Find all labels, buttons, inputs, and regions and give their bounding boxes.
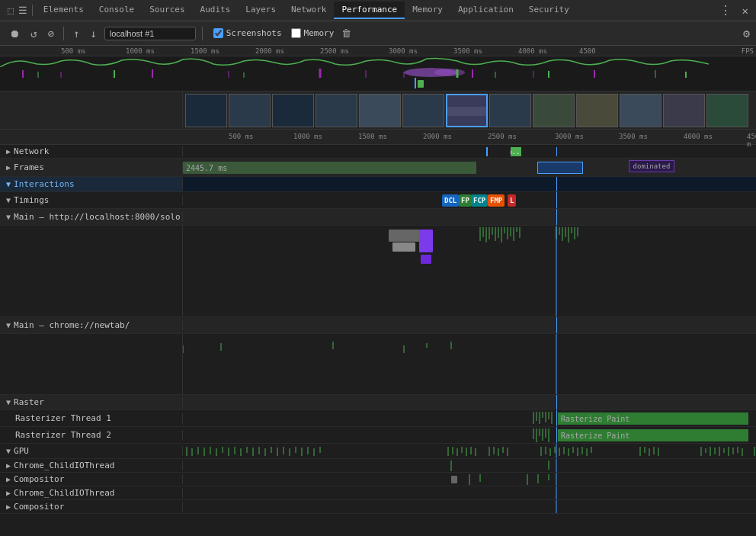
- timing-l: L: [508, 194, 516, 207]
- main2-flame-content: [183, 334, 756, 394]
- compositor1-expand-arrow[interactable]: ▶: [6, 475, 11, 483]
- main1-flame-content: [183, 226, 756, 316]
- chrome-child1-expand-arrow[interactable]: ▶: [6, 461, 11, 470]
- raster-content: [183, 395, 756, 409]
- tab-layers[interactable]: Layers: [238, 2, 284, 19]
- cursor-v-rast2: [556, 427, 557, 443]
- screenshot-13[interactable]: [706, 94, 748, 127]
- timings-expand-arrow[interactable]: ▼: [6, 196, 11, 204]
- screenshot-11[interactable]: [620, 94, 662, 127]
- compositor1-row: ▶ Compositor: [0, 473, 756, 486]
- tick2-1500: 1500 ms: [358, 133, 387, 140]
- main2-content-header: [183, 317, 756, 333]
- stop-button[interactable]: ⊘: [44, 26, 56, 41]
- tick-3000: 3000 ms: [389, 47, 418, 55]
- gpu-label-cell: ▼ GPU: [0, 446, 183, 456]
- upload-button[interactable]: ↑: [70, 26, 82, 41]
- frames-expand-arrow[interactable]: ▶: [6, 163, 11, 172]
- tab-security[interactable]: Security: [521, 2, 577, 19]
- cursor-v-main1: [556, 209, 557, 225]
- tick-1000: 1000 ms: [126, 47, 155, 55]
- tick-2000: 2000 ms: [255, 47, 284, 55]
- timeline-overview[interactable]: 500 ms 1000 ms 1500 ms 2000 ms 2500 ms 3…: [0, 46, 756, 91]
- timings-label-cell: ▼ Timings: [0, 195, 183, 205]
- main2-label: Main — chrome://newtab/: [14, 320, 130, 330]
- tick-3500: 3500 ms: [453, 47, 482, 55]
- more-tabs-icon[interactable]: ⋮: [713, 3, 738, 18]
- rasterizer1-label-cell: Rasterizer Thread 1: [0, 413, 183, 423]
- screenshot-1[interactable]: [185, 94, 227, 127]
- screenshot-2[interactable]: [229, 94, 271, 127]
- compositor2-content: [183, 500, 756, 513]
- memory-checkbox[interactable]: [291, 28, 301, 38]
- second-time-ruler: 500 ms 1000 ms 1500 ms 2000 ms 2500 ms 3…: [0, 130, 756, 145]
- mobile-icon[interactable]: ☰: [18, 5, 27, 16]
- screenshot-12[interactable]: [663, 94, 705, 127]
- screenshot-7[interactable]: [446, 94, 488, 127]
- interactions-content: [183, 177, 756, 191]
- network-expand-arrow[interactable]: ▶: [6, 147, 11, 156]
- rasterizer1-label: Rasterizer Thread 1: [15, 413, 111, 423]
- raster-expand-arrow[interactable]: ▼: [6, 398, 11, 406]
- screenshot-9[interactable]: [533, 94, 575, 127]
- interactions-expand-arrow[interactable]: ▼: [6, 180, 11, 188]
- gpu-expand-arrow[interactable]: ▼: [6, 447, 11, 455]
- screenshot-3[interactable]: [272, 94, 314, 127]
- tab-audits[interactable]: Audits: [193, 2, 239, 19]
- frames-label-cell: ▶ Frames: [0, 162, 183, 172]
- chrome-child2-expand-arrow[interactable]: ▶: [6, 489, 11, 497]
- screenshots-checkbox[interactable]: [213, 28, 223, 38]
- gear-button[interactable]: ⚙: [743, 27, 750, 40]
- gpu-label: GPU: [14, 446, 29, 456]
- chrome-child2-content: [183, 486, 756, 499]
- main2-expand-arrow[interactable]: ▼: [6, 321, 11, 329]
- timing-fcp: FCP: [471, 194, 488, 207]
- screenshot-5[interactable]: [359, 94, 401, 127]
- tick2-1000: 1000 ms: [293, 133, 322, 140]
- compositor2-expand-arrow[interactable]: ▶: [6, 502, 11, 511]
- screenshot-8[interactable]: [489, 94, 531, 127]
- tick2-3500: 3500 ms: [619, 133, 648, 140]
- download-button[interactable]: ↓: [87, 26, 99, 41]
- tick-2500: 2500 ms: [320, 47, 349, 55]
- chrome-child1-label-cell: ▶ Chrome_ChildIOThread: [0, 461, 183, 470]
- fps-label: FPS: [739, 46, 756, 56]
- cursor-v-rast1: [556, 410, 557, 426]
- close-devtools-icon[interactable]: ✕: [738, 5, 753, 17]
- tab-elements[interactable]: Elements: [36, 2, 91, 19]
- net-overview: NET: [0, 78, 733, 88]
- screenshots-label: Screenshots: [226, 28, 282, 38]
- main1-expand-arrow[interactable]: ▼: [6, 213, 11, 221]
- frames-bar: 2445.7 ms: [183, 162, 476, 174]
- screenshot-10[interactable]: [576, 94, 618, 127]
- scroll-content[interactable]: ▶ Network h... ▶ Frames 2445.7 ms: [0, 145, 756, 536]
- screenshot-4[interactable]: [316, 94, 357, 127]
- tick2-4000: 4000 ms: [684, 133, 713, 140]
- tab-application[interactable]: Application: [450, 2, 521, 19]
- record-button[interactable]: ⏺: [6, 26, 23, 41]
- cursor-v-main2: [556, 317, 557, 333]
- tick-500: 500 ms: [61, 47, 86, 55]
- trash-button[interactable]: 🗑: [341, 27, 351, 39]
- frames-label: Frames: [14, 162, 44, 172]
- tab-memory[interactable]: Memory: [405, 2, 450, 19]
- main2-flame-label: [0, 334, 183, 394]
- cursor-v-raster: [556, 395, 557, 409]
- main2-flame-row: [0, 334, 756, 395]
- screenshot-6[interactable]: [402, 94, 444, 127]
- chrome-child1-row: ▶ Chrome_ChildIOThread: [0, 459, 756, 473]
- inspect-icon[interactable]: ⬚: [8, 5, 14, 16]
- tab-sources[interactable]: Sources: [142, 2, 192, 19]
- main2-label-cell: ▼ Main — chrome://newtab/: [0, 320, 183, 330]
- compositor1-label-cell: ▶ Compositor: [0, 474, 183, 484]
- cursor-v-timing: [556, 192, 557, 208]
- tab-performance[interactable]: Performance: [334, 2, 405, 19]
- tab-console[interactable]: Console: [91, 2, 142, 19]
- reload-button[interactable]: ↺: [27, 26, 40, 41]
- rasterizer2-label: Rasterizer Thread 2: [15, 430, 111, 440]
- tab-network[interactable]: Network: [284, 2, 334, 19]
- main1-flame-row: [0, 226, 756, 317]
- svg-rect-26: [421, 255, 431, 264]
- tab-bar: ⬚ ☰ Elements Console Sources Audits Laye…: [0, 0, 756, 21]
- url-input[interactable]: [104, 27, 196, 40]
